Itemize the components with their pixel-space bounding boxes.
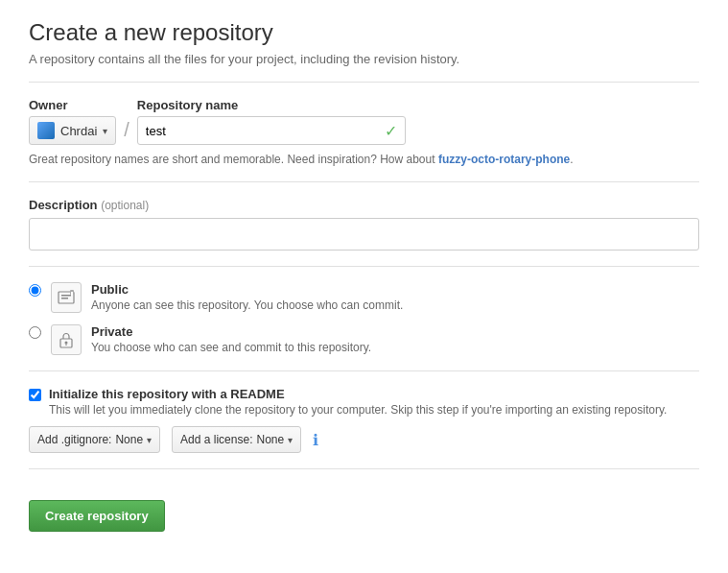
initialize-title: Initialize this repository with a README [49,387,285,401]
repo-name-input[interactable]: test [146,124,379,138]
license-select[interactable]: Add a license: None ▾ [172,426,301,453]
owner-field-group: Owner Chrdai ▾ [29,98,116,145]
gitignore-select[interactable]: Add .gitignore: None ▾ [29,426,160,453]
owner-avatar [37,122,55,139]
initialize-description: This will let you immediately clone the … [49,403,667,417]
private-description: You choose who can see and commit to thi… [91,341,371,354]
gitignore-value: None [115,433,143,446]
addon-row: Add .gitignore: None ▾ Add a license: No… [29,426,699,453]
svg-rect-2 [61,298,68,299]
create-repository-button[interactable]: Create repository [29,500,165,532]
owner-name: Chrdai [60,124,97,138]
slash-divider: / [116,119,137,145]
initialize-checkbox[interactable] [29,389,41,401]
owner-dropdown-caret-icon: ▾ [103,126,107,136]
divider-initialize-top [29,370,699,371]
repo-name-input-wrap: test ✓ [137,116,406,145]
repo-hint: Great repository names are short and mem… [29,153,699,166]
description-label: Description (optional) [29,198,699,212]
divider-description-top [29,181,699,182]
private-icon [51,324,82,355]
divider-top [29,82,699,83]
repo-hint-text-after: . [570,153,573,166]
license-dropdown-icon: ▾ [288,435,293,445]
description-section: Description (optional) [29,198,699,251]
valid-check-icon: ✓ [385,122,397,140]
repo-name-field-group: Repository name test ✓ [137,98,406,145]
initialize-label: Initialize this repository with a README… [49,387,667,417]
page-title: Create a new repository [29,19,699,46]
public-description: Anyone can see this repository. You choo… [91,298,403,312]
svg-rect-1 [61,295,71,297]
private-label: Private [91,324,132,339]
description-input[interactable] [29,218,699,251]
owner-repo-row: Owner Chrdai ▾ / Repository name test ✓ [29,98,699,145]
repo-hint-text-before: Great repository names are short and mem… [29,153,438,166]
page-subtitle: A repository contains all the files for … [29,52,699,66]
public-radio[interactable] [29,284,41,297]
license-label: Add a license: [180,433,252,446]
gitignore-dropdown-icon: ▾ [147,435,152,445]
repo-name-label: Repository name [137,98,406,112]
repo-suggestion-link[interactable]: fuzzy-octo-rotary-phone [438,153,570,166]
svg-point-6 [65,342,68,345]
public-label: Public [91,282,129,297]
license-value: None [256,433,284,446]
gitignore-label: Add .gitignore: [37,433,111,446]
info-icon[interactable]: ℹ [313,431,318,449]
svg-rect-4 [71,292,73,295]
private-radio[interactable] [29,326,41,339]
public-text: Public Anyone can see this repository. Y… [91,282,403,312]
divider-bottom [29,468,699,469]
initialize-section: Initialize this repository with a README… [29,387,699,417]
divider-visibility-top [29,266,699,267]
public-icon [51,282,82,313]
owner-label: Owner [29,98,116,112]
public-option: Public Anyone can see this repository. Y… [29,282,699,313]
description-optional-label: (optional) [101,199,149,212]
owner-select[interactable]: Chrdai ▾ [29,116,116,145]
private-option: Private You choose who can see and commi… [29,324,699,355]
private-text: Private You choose who can see and commi… [91,324,371,354]
